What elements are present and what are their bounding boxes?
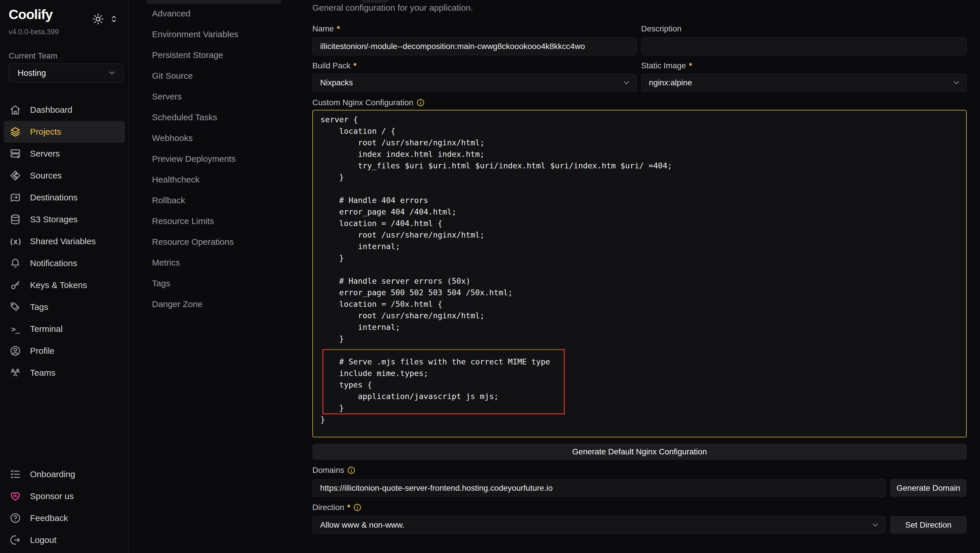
sidebar-item-destinations[interactable]: Destinations <box>4 186 125 208</box>
sidebar-item-label: Dashboard <box>30 105 72 115</box>
sidebar-item-label: S3 Storages <box>30 215 78 224</box>
sidebar-item-sponsor-us[interactable]: Sponsor us <box>4 485 125 507</box>
sidebar-item-label: Tags <box>30 302 48 312</box>
generate-default-nginx-button[interactable]: Generate Default Nginx Configuration <box>312 444 967 460</box>
build-pack-label: Build Pack* <box>312 61 356 70</box>
submenu-item-resource-operations[interactable]: Resource Operations <box>129 232 312 252</box>
submenu-item-danger-zone[interactable]: Danger Zone <box>129 294 312 315</box>
checklist-icon <box>10 469 21 480</box>
submenu-item-preview-deployments[interactable]: Preview Deployments <box>129 148 312 169</box>
build-pack-select[interactable]: Nixpacks <box>312 74 637 92</box>
settings-submenu: Advanced Environment Variables Persisten… <box>129 0 312 553</box>
team-select-value: Hosting <box>18 68 108 78</box>
description-input[interactable] <box>641 38 967 56</box>
sidebar-item-logout[interactable]: Logout <box>4 529 125 551</box>
sidebar-item-dashboard[interactable]: Dashboard <box>4 99 125 121</box>
nginx-config-code[interactable]: server { location / { root /usr/share/ng… <box>313 110 966 429</box>
direction-select-value: Allow www & non-www. <box>320 520 871 530</box>
direction-select[interactable]: Allow www & non-www. <box>312 516 886 534</box>
home-icon <box>10 104 21 116</box>
submenu-item-resource-limits[interactable]: Resource Limits <box>129 211 312 232</box>
info-icon[interactable] <box>347 466 356 475</box>
sidebar-item-onboarding[interactable]: Onboarding <box>4 463 125 485</box>
chevron-down-icon <box>622 78 631 87</box>
sidebar-nav: Dashboard Projects Ser <box>0 99 129 384</box>
sidebar-item-teams[interactable]: Teams <box>4 362 125 384</box>
sidebar-item-feedback[interactable]: Feedback <box>4 507 125 529</box>
primary-sidebar: Coolify v4.0.0-beta.399 Current Team Hos… <box>0 0 129 553</box>
submenu-item-rollback[interactable]: Rollback <box>129 190 312 211</box>
sidebar-item-projects[interactable]: Projects <box>4 121 125 143</box>
nginx-config-label: Custom Nginx Configuration <box>312 98 425 107</box>
user-circle-icon <box>10 345 21 357</box>
build-pack-select-value: Nixpacks <box>320 78 622 87</box>
name-input[interactable] <box>312 38 637 56</box>
database-icon <box>10 214 21 225</box>
help-circle-icon <box>10 512 21 524</box>
submenu-item-tags[interactable]: Tags <box>129 273 312 294</box>
description-label: Description <box>641 24 681 33</box>
chevron-down-icon <box>952 78 961 87</box>
logout-icon <box>10 534 21 546</box>
static-image-select[interactable]: nginx:alpine <box>641 74 967 92</box>
domains-label: Domains <box>312 466 356 475</box>
sidebar-item-s3-storages[interactable]: S3 Storages <box>4 208 125 230</box>
required-asterisk: * <box>337 24 340 33</box>
required-asterisk: * <box>347 503 350 512</box>
layers-icon <box>10 126 21 138</box>
info-icon[interactable] <box>353 503 362 512</box>
coolify-app: Coolify v4.0.0-beta.399 Current Team Hos… <box>0 0 980 553</box>
submenu-item-webhooks[interactable]: Webhooks <box>129 128 312 148</box>
sidebar-item-terminal[interactable]: >_ Terminal <box>4 318 125 340</box>
sidebar-item-notifications[interactable]: Notifications <box>4 252 125 274</box>
sidebar-item-label: Feedback <box>30 513 68 523</box>
submenu-item-healthcheck[interactable]: Healthcheck <box>129 169 312 190</box>
sidebar-item-label: Notifications <box>30 258 77 268</box>
terminal-icon: >_ <box>10 323 21 335</box>
info-icon[interactable] <box>416 99 425 107</box>
direction-label: Direction* <box>312 503 362 512</box>
sidebar-item-label: Sources <box>30 171 62 181</box>
set-direction-button[interactable]: Set Direction <box>890 516 967 534</box>
sidebar-item-shared-variables[interactable]: (x) Shared Variables <box>4 230 125 252</box>
submenu-item-servers[interactable]: Servers <box>129 86 312 107</box>
static-image-select-value: nginx:alpine <box>649 78 952 87</box>
sidebar-item-label: Logout <box>30 535 57 545</box>
submenu-item-environment-variables[interactable]: Environment Variables <box>129 24 312 45</box>
page-subtitle: General configuration for your applicati… <box>312 3 473 13</box>
team-select[interactable]: Hosting <box>8 64 123 83</box>
sidebar-item-label: Profile <box>30 346 54 356</box>
sidebar-item-label: Onboarding <box>30 469 75 479</box>
general-configuration-panel: General configuration for your applicati… <box>312 0 980 553</box>
nginx-config-textarea[interactable]: server { location / { root /usr/share/ng… <box>312 110 967 437</box>
server-icon <box>10 148 21 159</box>
submenu-item-scheduled-tasks[interactable]: Scheduled Tasks <box>129 107 312 128</box>
sidebar-item-label: Terminal <box>30 324 63 334</box>
submenu-item-advanced[interactable]: Advanced <box>129 3 312 24</box>
bell-icon <box>10 257 21 269</box>
current-team-label: Current Team <box>9 51 57 60</box>
sidebar-item-label: Sponsor us <box>30 491 74 501</box>
sidebar-item-label: Teams <box>30 368 56 378</box>
chevrons-up-down-icon[interactable] <box>108 13 119 25</box>
theme-toggle-sun-icon[interactable] <box>92 13 104 25</box>
heart-icon <box>10 490 21 502</box>
sidebar-item-servers[interactable]: Servers <box>4 143 125 165</box>
sidebar-item-label: Servers <box>30 149 60 159</box>
app-version: v4.0.0-beta.399 <box>9 28 59 36</box>
chevron-down-icon <box>108 68 116 77</box>
chevron-down-icon <box>871 521 880 529</box>
domains-input[interactable] <box>312 479 886 497</box>
submenu-item-persistent-storage[interactable]: Persistent Storage <box>129 45 312 65</box>
sidebar-item-profile[interactable]: Profile <box>4 340 125 362</box>
sidebar-item-sources[interactable]: Sources <box>4 165 125 186</box>
scrolled-button-remnant <box>361 0 388 3</box>
submenu-item-git-source[interactable]: Git Source <box>129 65 312 86</box>
submenu-item-metrics[interactable]: Metrics <box>129 252 312 273</box>
tag-icon <box>10 301 21 313</box>
key-icon <box>10 280 21 291</box>
sidebar-item-tags[interactable]: Tags <box>4 296 125 318</box>
sidebar-item-label: Shared Variables <box>30 237 96 246</box>
generate-domain-button[interactable]: Generate Domain <box>890 479 967 497</box>
sidebar-item-keys-tokens[interactable]: Keys & Tokens <box>4 274 125 296</box>
